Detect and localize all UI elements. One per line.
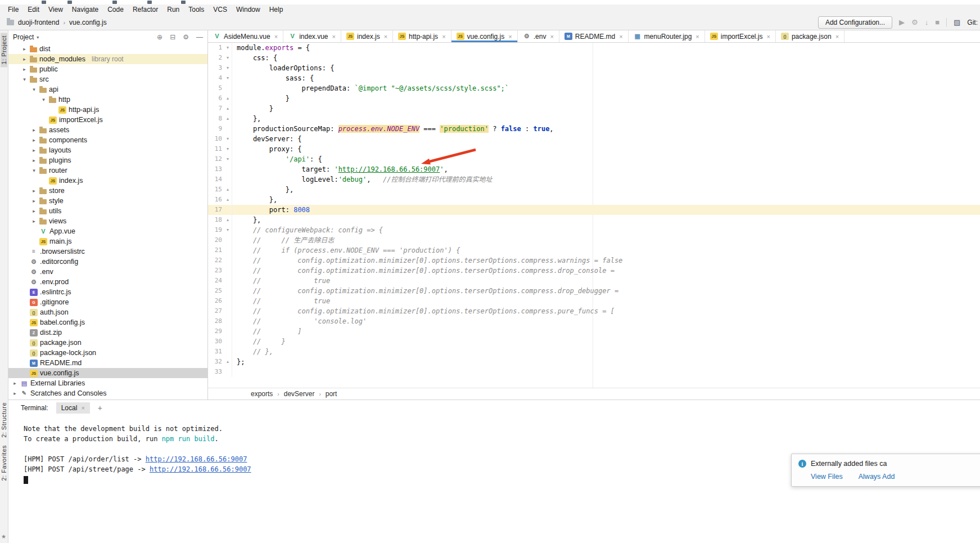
tree-item[interactable]: {}auth.json: [8, 307, 207, 317]
fold-marker[interactable]: ▴: [224, 357, 232, 367]
code-editor[interactable]: 1▾module.exports = {2▾ css: {3▾ loaderOp…: [208, 43, 980, 388]
fold-marker[interactable]: ▾: [224, 154, 232, 164]
chevron-icon[interactable]: ▸: [31, 137, 37, 143]
code-text[interactable]: // // 生产去除日志: [237, 235, 334, 245]
code-text[interactable]: },: [237, 114, 261, 124]
menu-code[interactable]: Code: [103, 6, 128, 14]
new-terminal-icon[interactable]: +: [98, 403, 102, 412]
code-text[interactable]: // if (process.env.NODE_ENV === 'product…: [237, 245, 460, 255]
chevron-down-icon[interactable]: ▾: [37, 35, 39, 40]
code-text[interactable]: }: [237, 93, 290, 104]
vcs-update-icon[interactable]: ▨: [954, 19, 960, 26]
chevron-icon[interactable]: ▸: [31, 127, 37, 133]
menu-view[interactable]: View: [44, 6, 67, 14]
menu-navigate[interactable]: Navigate: [67, 6, 103, 14]
tree-item[interactable]: ▸dist: [8, 44, 207, 54]
chevron-icon[interactable]: ▸: [12, 391, 18, 396]
code-text[interactable]: devServer: {: [237, 134, 302, 144]
code-text[interactable]: // true: [237, 296, 330, 306]
close-icon[interactable]: ×: [836, 33, 839, 40]
tree-item[interactable]: ▸node_moduleslibrary root: [8, 54, 207, 64]
tab-index.vue[interactable]: Vindex.vue×: [283, 30, 341, 42]
fold-marker[interactable]: ▾: [224, 73, 232, 83]
debug-icon[interactable]: ⚙: [911, 19, 918, 26]
tab-package.json[interactable]: {}package.json×: [776, 30, 844, 42]
tree-item[interactable]: JSmain.js: [8, 236, 207, 246]
code-text[interactable]: // config.optimization.minimizer[0].opti…: [237, 286, 618, 296]
tree-item[interactable]: JSindex.js: [8, 176, 207, 186]
close-icon[interactable]: ×: [550, 33, 553, 40]
fold-marker[interactable]: ▾: [224, 225, 232, 235]
tab-vue.config.js[interactable]: JSvue.config.js×: [451, 30, 518, 42]
code-text[interactable]: loaderOptions: {: [237, 63, 334, 73]
tool-stripe-favorites[interactable]: 2: Favorites: [1, 442, 7, 483]
tree-item[interactable]: G.gitignore: [8, 297, 207, 307]
tree-item[interactable]: ▸✎Scratches and Consoles: [8, 388, 207, 398]
close-icon[interactable]: ×: [384, 33, 387, 40]
tree-item[interactable]: E.eslintrc.js: [8, 287, 207, 297]
chevron-icon[interactable]: ▾: [31, 168, 37, 173]
menu-refactor[interactable]: Refactor: [128, 6, 162, 14]
code-text[interactable]: logLevel:'debug', //控制台终端打印代理前的真实地址: [237, 174, 493, 185]
code-text[interactable]: // ]: [237, 326, 302, 336]
tab-index.js[interactable]: JSindex.js×: [341, 30, 393, 42]
chevron-icon[interactable]: ▸: [21, 56, 28, 62]
add-configuration-button[interactable]: Add Configuration...: [818, 16, 892, 29]
fold-marker[interactable]: ▾: [224, 134, 232, 144]
tree-item[interactable]: ≡.browserslistrc: [8, 246, 207, 257]
tab-menuRouter.jpg[interactable]: ▦menuRouter.jpg×: [629, 30, 705, 42]
chevron-icon[interactable]: ▾: [40, 97, 47, 102]
tree-item[interactable]: ▸views: [8, 216, 207, 226]
code-text[interactable]: // 'console.log': [237, 316, 367, 326]
profile-icon[interactable]: ↓: [925, 19, 929, 26]
fold-marker[interactable]: ▴: [224, 104, 232, 114]
tree-item[interactable]: MREADME.md: [8, 358, 207, 368]
tree-item[interactable]: JSbabel.config.js: [8, 317, 207, 327]
code-text[interactable]: proxy: {: [237, 144, 302, 154]
tree-item[interactable]: ▸components: [8, 135, 207, 145]
chevron-icon[interactable]: ▾: [21, 77, 28, 82]
code-text[interactable]: // true: [237, 276, 330, 286]
collapse-all-icon[interactable]: ⊟: [170, 33, 175, 41]
chevron-icon[interactable]: ▸: [31, 188, 37, 194]
close-icon[interactable]: ×: [766, 33, 770, 40]
menu-tools[interactable]: Tools: [184, 6, 209, 14]
code-text[interactable]: css: {: [237, 53, 277, 63]
code-text[interactable]: };: [237, 357, 245, 367]
code-text[interactable]: },: [237, 185, 293, 195]
locate-file-icon[interactable]: ⊕: [157, 33, 162, 41]
close-icon[interactable]: ×: [442, 33, 445, 40]
breadcrumb-item[interactable]: vue.config.js: [69, 19, 107, 26]
breadcrumb-item[interactable]: duoji-frontend: [18, 19, 59, 26]
run-icon[interactable]: ▶: [899, 19, 905, 26]
tab-importExcel.js[interactable]: JSimportExcel.js×: [705, 30, 776, 42]
tree-item[interactable]: JSvue.config.js: [8, 368, 207, 378]
tree-item[interactable]: ▸assets: [8, 125, 207, 135]
hide-panel-icon[interactable]: ―: [196, 33, 203, 41]
tree-item[interactable]: ▸store: [8, 186, 207, 196]
menu-vcs[interactable]: VCS: [209, 6, 232, 14]
menu-run[interactable]: Run: [162, 6, 184, 14]
tree-item[interactable]: ⚙.editorconfig: [8, 257, 207, 267]
terminal-tab-local[interactable]: Local ×: [56, 402, 90, 414]
code-text[interactable]: // config.optimization.minimizer[0].opti…: [237, 306, 615, 316]
chevron-icon[interactable]: ▸: [21, 66, 28, 72]
fold-marker[interactable]: ▴: [224, 93, 232, 104]
chevron-icon[interactable]: ▸: [31, 198, 37, 204]
menu-help[interactable]: Help: [265, 6, 288, 14]
stop-icon[interactable]: ■: [935, 19, 940, 26]
fold-marker[interactable]: ▾: [224, 53, 232, 63]
tree-item[interactable]: Zdist.zip: [8, 327, 207, 338]
project-panel-title[interactable]: Project: [13, 33, 34, 41]
tree-item[interactable]: {}package.json: [8, 338, 207, 348]
menu-file[interactable]: File: [3, 6, 23, 14]
code-text[interactable]: prependData: `@import "~@/assets/scss/st…: [237, 83, 509, 93]
notification-action-view-files[interactable]: View Files: [811, 473, 843, 481]
tab-.env[interactable]: ⚙.env×: [518, 30, 559, 42]
breadcrumb-item[interactable]: port: [326, 390, 337, 398]
tree-item[interactable]: JShttp-api.js: [8, 105, 207, 115]
tree-item[interactable]: VApp.vue: [8, 226, 207, 236]
code-text[interactable]: // }: [237, 336, 286, 347]
notification-action-always-add[interactable]: Always Add: [859, 473, 895, 481]
code-text[interactable]: },: [237, 195, 277, 205]
